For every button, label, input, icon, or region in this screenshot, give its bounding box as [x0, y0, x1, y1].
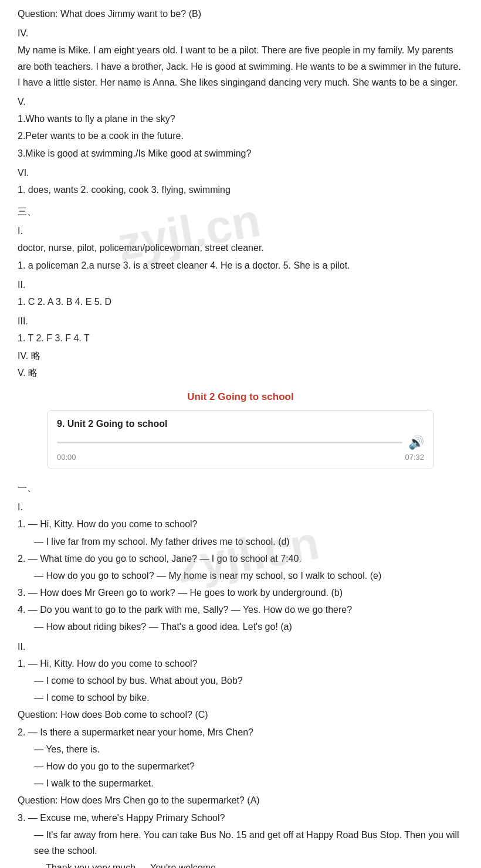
- san-ii1: 1. C 2. A 3. B 4. E 5. D: [18, 294, 463, 310]
- roman-4-header: IV.: [18, 25, 463, 41]
- vi1: 1. does, wants 2. cooking, cook 3. flyin…: [18, 182, 463, 198]
- question-jimmy: Question: What does Jimmy want to be? (B…: [18, 9, 201, 19]
- yi-ii1b: — I come to school by bus. What about yo…: [18, 673, 463, 689]
- yi-ii3: 3. — Excuse me, where's Happy Primary Sc…: [18, 810, 463, 826]
- san-v-header: V. 略: [18, 365, 463, 381]
- audio-play-icon[interactable]: 🔊: [408, 435, 424, 450]
- yi-ii2b: — Yes, there is.: [18, 741, 463, 757]
- v2: 2.Peter wants to be a cook in the future…: [18, 128, 463, 144]
- yi-ii2c: — How do you go to the supermarket?: [18, 758, 463, 774]
- san-iii1: 1. T 2. F 3. F 4. T: [18, 330, 463, 346]
- yi-i2b: — How do you go to school? — My home is …: [18, 568, 463, 584]
- audio-progress-bar[interactable]: [57, 442, 402, 443]
- yi-ii3c: — Thank you very much. —You're welcome.: [18, 860, 463, 868]
- yi-ii3b: — It's far away from here. You can take …: [18, 827, 463, 859]
- yi-header: 一、: [18, 480, 463, 496]
- yi-i4: 4. — Do you want to go to the park with …: [18, 602, 463, 618]
- para-mike: My name is Mike. I am eight years old. I…: [18, 42, 463, 90]
- v1: 1.Who wants to fly a plane in the sky?: [18, 111, 463, 127]
- san-iii-header: III.: [18, 313, 463, 329]
- san-i-header: I.: [18, 223, 463, 239]
- san-i2: 1. a policeman 2.a nurse 3. is a street …: [18, 257, 463, 273]
- yi-i4b: — How about riding bikes? — That's a goo…: [18, 619, 463, 635]
- unit2-header: Unit 2 Going to school: [18, 391, 463, 403]
- yi-i3: 3. — How does Mr Green go to work? — He …: [18, 585, 463, 601]
- yi-ii1c: — I come to school by bike.: [18, 690, 463, 706]
- yi-ii1q: Question: How does Bob come to school? (…: [18, 707, 463, 723]
- san-ii-header: II.: [18, 277, 463, 293]
- san-i-content: doctor, nurse, pilot, policeman/policewo…: [18, 240, 463, 256]
- yi-ii2q: Question: How does Mrs Chen go to the su…: [18, 792, 463, 808]
- roman-6-header: VI.: [18, 165, 463, 181]
- san-header: 三、: [18, 204, 463, 219]
- v3: 3.Mike is good at swimming./Is Mike good…: [18, 145, 463, 161]
- yi-i1: 1. — Hi, Kitty. How do you come to schoo…: [18, 516, 463, 532]
- audio-time-end: 07:32: [405, 453, 424, 462]
- yi-i2: 2. — What time do you go to school, Jane…: [18, 551, 463, 567]
- yi-ii2: 2. — Is there a supermarket near your ho…: [18, 724, 463, 740]
- san-iv-header: IV. 略: [18, 348, 463, 364]
- yi-ii-header: II.: [18, 639, 463, 655]
- yi-ii2d: — I walk to the supermarket.: [18, 775, 463, 791]
- audio-title: 9. Unit 2 Going to school: [57, 419, 424, 429]
- yi-i-header: I.: [18, 499, 463, 515]
- yi-ii1: 1. — Hi, Kitty. How do you come to schoo…: [18, 656, 463, 672]
- audio-time-start: 00:00: [57, 453, 76, 462]
- yi-i1b: — I live far from my school. My father d…: [18, 534, 463, 550]
- roman-5-header: V.: [18, 94, 463, 110]
- audio-player: 9. Unit 2 Going to school 🔊 00:00 07:32: [47, 410, 434, 469]
